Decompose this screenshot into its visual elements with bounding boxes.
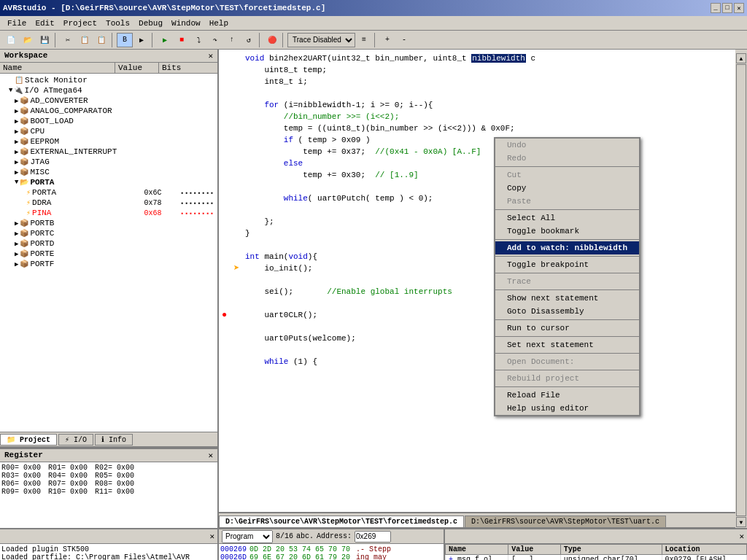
watch-close[interactable]: ✕ (739, 532, 744, 541)
minimize-button[interactable]: _ (711, 3, 721, 13)
menu-file[interactable]: File (3, 18, 31, 29)
tree-portb[interactable]: ▶ 📦 PORTB (1, 218, 216, 228)
ctx-sep5 (495, 273, 639, 273)
memory-address-input[interactable] (355, 531, 391, 542)
ctx-set-next[interactable]: Set next statement (495, 338, 639, 351)
open-button[interactable]: 📂 (20, 33, 36, 47)
workspace-header: Workspace ✕ (0, 50, 217, 63)
close-button[interactable]: ✕ (734, 3, 744, 13)
tree-porte[interactable]: ▶ 📦 PORTE (1, 249, 216, 259)
trace-btn[interactable]: ≡ (356, 33, 372, 47)
run-button[interactable]: ▶ (157, 33, 173, 47)
code-line: //bin_number >>= (i<<2); (222, 111, 732, 122)
misc-icon: 📦 (20, 168, 28, 176)
table-row[interactable]: + msg_f_ol [...] unsigned char[70] 0x027… (446, 555, 747, 561)
menu-debug[interactable]: Debug (134, 18, 167, 29)
menu-project[interactable]: Project (59, 18, 101, 29)
output-close[interactable]: ✕ (209, 532, 214, 541)
build-button[interactable]: B (117, 33, 133, 47)
tab-forcetimedstep[interactable]: D:\GeirFRS\source\AVR\StepMotor\TEST\for… (219, 516, 464, 527)
ctx-toggle-bookmark[interactable]: Toggle bookmark (495, 225, 639, 238)
tree-eeprom[interactable]: ▶ 📦 EEPROM (1, 136, 216, 147)
tree-ext-int[interactable]: ▶ 📦 EXTERNAL_INTERRUPT (1, 147, 216, 157)
porta-icon: 📂 (20, 178, 28, 187)
tree-io-atmega64[interactable]: ▼ 🔌 I/O ATmega64 (1, 85, 216, 96)
tree-portc[interactable]: ▶ 📦 PORTC (1, 228, 216, 238)
trace-dropdown[interactable]: Trace Disabled (287, 33, 355, 47)
tree-portd[interactable]: ▶ 📦 PORTD (1, 238, 216, 249)
menu-help[interactable]: Help (205, 18, 233, 29)
ctx-undo: Undo (495, 139, 639, 152)
ctx-run-cursor[interactable]: Run to cursor (495, 322, 639, 335)
maximize-button[interactable]: □ (722, 3, 732, 13)
code-line: uint8_t temp; (222, 64, 732, 76)
ctx-toggle-bp[interactable]: Toggle breakpoint (495, 258, 639, 271)
ctx-goto-disasm[interactable]: Goto Disassembly (495, 305, 639, 318)
cut-button[interactable]: ✂ (60, 33, 76, 47)
tree-pina-reg[interactable]: ⚡ PINA 0x68 ▪▪▪▪▪▪▪▪ (1, 208, 216, 218)
tree-misc[interactable]: ▶ 📦 MISC (1, 167, 216, 177)
tab-uart[interactable]: D:\GeirFRS\source\AVR\StepMotor\TEST\uar… (465, 516, 666, 527)
register-close[interactable]: ✕ (208, 451, 213, 460)
menu-window[interactable]: Window (167, 18, 205, 29)
paste-button[interactable]: 📋 (93, 33, 109, 47)
tab-io[interactable]: ⚡ I/O (58, 434, 93, 446)
ctx-select-all[interactable]: Select All (495, 211, 639, 225)
tab-info[interactable]: ℹ Info (95, 434, 133, 446)
tab-project[interactable]: 📁 Project (0, 434, 57, 446)
ctx-reload[interactable]: Reload File (495, 389, 639, 402)
tree-stack-monitor[interactable]: 📋 Stack Monitor (1, 75, 216, 85)
tree-ad-converter[interactable]: ▶ 📦 AD_CONVERTER (1, 96, 216, 106)
build2-button[interactable]: ▶ (133, 33, 150, 47)
menu-edit[interactable]: Edit (31, 18, 58, 29)
reset-button[interactable]: ↺ (241, 33, 257, 47)
sep5 (282, 33, 285, 47)
new-button[interactable]: 📄 (3, 33, 19, 47)
ext-int-icon: 📦 (20, 147, 28, 156)
step-out[interactable]: ↑ (224, 33, 240, 47)
tree-porta-reg[interactable]: ⚡ PORTA 0x6C ▪▪▪▪▪▪▪▪ (1, 187, 216, 198)
workspace-tree[interactable]: 📋 Stack Monitor ▼ 🔌 I/O ATmega64 ▶ 📦 AD_… (0, 74, 217, 432)
code-line: for (i=nibblewidth-1; i >= 0; i--){ (222, 99, 732, 111)
step-into[interactable]: ⤵ (190, 33, 206, 47)
tree-boot-load[interactable]: ▶ 📦 BOOT_LOAD (1, 116, 216, 126)
tree-ddra-reg[interactable]: ⚡ DDRA 0x78 ▪▪▪▪▪▪▪▪ (1, 198, 216, 208)
memory-content[interactable]: 0002690D 2D 20 53 74 65 70 70.- Stepp 00… (219, 544, 444, 560)
ctx-help-editor[interactable]: Help using editor (495, 402, 639, 415)
zoom-in[interactable]: + (379, 33, 395, 47)
tree-cpu[interactable]: ▶ 📦 CPU (1, 126, 216, 136)
watch-content[interactable]: Name Value Type Location + msg_f_ol [...… (445, 544, 747, 560)
code-line (222, 204, 732, 216)
memory-program-select[interactable]: Program (222, 530, 273, 543)
watch-col-name: Name (446, 545, 508, 555)
tree-analog-comp[interactable]: ▶ 📦 ANALOG_COMPARATOR (1, 106, 216, 116)
tree-jtag[interactable]: ▶ 📦 JTAG (1, 157, 216, 167)
scroll-down[interactable]: ▼ (736, 517, 746, 527)
memory-counter: 8/16 (276, 532, 293, 540)
output-content[interactable]: Loaded plugin STK500 Loaded partfile: C:… (0, 544, 217, 560)
code-content[interactable]: void bin2hex2UART(uint32_t bin_number, u… (219, 50, 735, 512)
stop-button[interactable]: ■ (174, 33, 190, 47)
scroll-up[interactable]: ▲ (736, 53, 746, 63)
workspace-close[interactable]: ✕ (208, 51, 213, 61)
center-panel: Undo Redo Cut Copy Paste Select All Togg… (219, 50, 735, 528)
zoom-out[interactable]: - (396, 33, 412, 47)
ctx-show-next[interactable]: Show next statement (495, 292, 639, 305)
code-line: else (222, 158, 732, 169)
step-over[interactable]: ↷ (207, 33, 223, 47)
menu-tools[interactable]: Tools (101, 18, 134, 29)
ddra-icon: ⚡ (26, 198, 31, 207)
expand-icon[interactable]: + (449, 556, 453, 560)
code-line: temp += 0x37; //(0x41 - 0x0A) [A..F] (222, 146, 732, 158)
output-panel: ✕ Loaded plugin STK500 Loaded partfile: … (0, 529, 219, 560)
save-button[interactable]: 💾 (36, 33, 53, 47)
code-line-bp: ● uart0CLR(); (222, 309, 732, 321)
ctx-sep2 (495, 209, 639, 210)
bp-button[interactable]: 🔴 (264, 33, 280, 47)
ctx-add-watch[interactable]: Add to watch: nibblewidth (495, 241, 639, 254)
copy-button[interactable]: 📋 (77, 33, 93, 47)
scroll-track[interactable] (736, 64, 746, 516)
ctx-copy[interactable]: Copy (495, 182, 639, 195)
tree-portf[interactable]: ▶ 📦 PORTF (1, 259, 216, 269)
tree-porta[interactable]: ▼ 📂 PORTA (1, 177, 216, 187)
